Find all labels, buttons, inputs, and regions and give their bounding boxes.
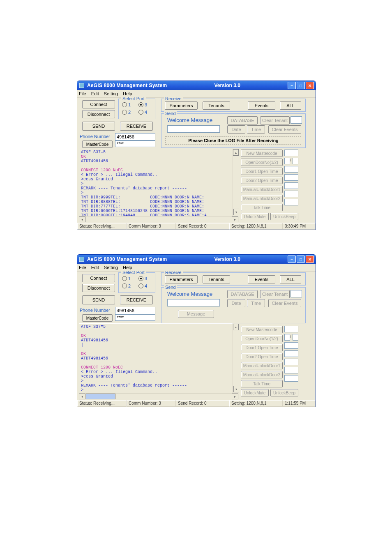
manual-unlock-door1-button[interactable]: ManualUnlockDoor1 — [241, 186, 283, 193]
menu-file[interactable]: File — [79, 91, 86, 96]
terminal-vscroll[interactable]: ▴ ▾ — [233, 323, 239, 393]
all-button[interactable]: ALL — [280, 101, 301, 110]
scroll-down-icon[interactable]: ▾ — [233, 209, 239, 215]
talk-time-button[interactable]: Talk Time — [241, 204, 283, 211]
open-door-field1[interactable] — [284, 334, 290, 341]
close-button[interactable]: ✕ — [306, 256, 314, 263]
titlebar[interactable]: AeGIS 8000 Management System Version 3.0… — [77, 81, 316, 90]
events-button[interactable]: Events — [248, 275, 275, 283]
maximize-button[interactable]: □ — [297, 256, 305, 263]
clear-tenant-button[interactable]: Clear Tenant — [260, 290, 290, 298]
database-button[interactable]: DATABASE — [227, 290, 258, 298]
door2-open-field[interactable] — [284, 350, 298, 357]
menu-setting[interactable]: Setting — [104, 91, 118, 96]
time-button[interactable]: Time — [247, 125, 265, 134]
open-door-no-button[interactable]: OpenDoorNo(1/2) — [241, 335, 283, 342]
close-button[interactable]: ✕ — [306, 82, 314, 89]
scroll-down-icon[interactable]: ▾ — [233, 386, 239, 392]
open-door-field2[interactable] — [293, 158, 298, 164]
new-mastercode-field[interactable] — [284, 150, 298, 156]
menu-help[interactable]: Help — [123, 91, 132, 96]
date-button[interactable]: Date — [227, 125, 245, 134]
database-button[interactable]: DATABASE — [227, 116, 258, 124]
clear-tenant-field[interactable] — [291, 116, 302, 124]
phone-number-input[interactable] — [115, 307, 155, 314]
port-1-radio[interactable]: 1 — [122, 102, 131, 107]
port-3-radio[interactable]: 3 — [138, 276, 147, 281]
manual-unlock-door1-button[interactable]: ManualUnlockDoor1 — [241, 362, 283, 369]
hscroll-thumb[interactable] — [86, 394, 115, 399]
mastercode-input[interactable] — [115, 141, 155, 147]
door2-open-field[interactable] — [284, 174, 298, 181]
manual-unlock2-field[interactable] — [284, 367, 298, 373]
manual-unlock1-field[interactable] — [284, 359, 298, 365]
open-door-field1[interactable] — [284, 158, 290, 164]
unlock-mute-button[interactable]: UnlockMute — [241, 389, 269, 396]
terminal-vscroll[interactable]: ▴ ▾ — [233, 149, 239, 216]
mastercode-button[interactable]: MasterCode — [82, 314, 113, 322]
welcome-input[interactable] — [167, 299, 220, 306]
mastercode-input[interactable] — [115, 314, 155, 321]
scroll-right-icon[interactable]: ▸ — [232, 217, 238, 222]
phone-number-input[interactable] — [115, 133, 155, 141]
talk-time-button[interactable]: Talk Time — [241, 380, 283, 387]
message-button[interactable]: Message — [178, 310, 214, 318]
disconnect-button[interactable]: Disconnect — [82, 284, 115, 292]
receive-button[interactable]: RECEIVE — [120, 295, 153, 304]
close-log-button[interactable]: Please Close the LOG File After Receivin… — [166, 136, 301, 145]
menu-file[interactable]: File — [79, 265, 86, 270]
send-button[interactable]: SEND — [82, 295, 115, 304]
manual-unlock1-field[interactable] — [284, 182, 298, 189]
door1-open-time-button[interactable]: Door1 Open Time — [241, 344, 283, 351]
door1-open-field[interactable] — [284, 342, 298, 349]
parameters-button[interactable]: Parameters — [165, 101, 198, 110]
time-button[interactable]: Time — [247, 299, 265, 307]
open-door-field2[interactable] — [293, 334, 298, 341]
all-button[interactable]: ALL — [280, 275, 301, 283]
menu-setting[interactable]: Setting — [104, 265, 118, 270]
disconnect-button[interactable]: Disconnect — [82, 110, 115, 118]
new-mastercode-button[interactable]: New Mastercode — [241, 150, 283, 157]
maximize-button[interactable]: □ — [297, 82, 305, 89]
minimize-button[interactable]: － — [288, 256, 296, 263]
port-1-radio[interactable]: 1 — [122, 276, 131, 281]
terminal-hscroll[interactable]: ◂ ▸ — [79, 393, 238, 399]
date-button[interactable]: Date — [227, 299, 245, 307]
door1-open-field[interactable] — [284, 166, 298, 173]
send-button[interactable]: SEND — [82, 122, 115, 131]
manual-unlock-door2-button[interactable]: ManualUnlockDoor2 — [241, 195, 283, 202]
minimize-button[interactable]: － — [288, 82, 296, 89]
unlock-beep-button[interactable]: UnlockBeep — [270, 389, 298, 396]
new-mastercode-field[interactable] — [284, 326, 298, 332]
unlock-mute-button[interactable]: UnlockMute — [241, 213, 269, 220]
clear-tenant-button[interactable]: Clear Tenant — [260, 116, 290, 124]
port-4-radio[interactable]: 4 — [138, 110, 147, 115]
connect-button[interactable]: Connect — [82, 274, 115, 282]
scroll-right-icon[interactable]: ▸ — [232, 394, 238, 399]
connect-button[interactable]: Connect — [82, 100, 115, 108]
talk-time-field[interactable] — [284, 375, 298, 382]
clear-events-button[interactable]: Clear Events — [268, 299, 301, 307]
welcome-input[interactable] — [167, 125, 220, 133]
clear-events-button[interactable]: Clear Events — [268, 125, 301, 134]
port-2-radio[interactable]: 2 — [122, 283, 131, 288]
port-2-radio[interactable]: 2 — [122, 110, 131, 115]
scroll-left-icon[interactable]: ◂ — [79, 394, 85, 399]
tenants-button[interactable]: Tenants — [203, 275, 230, 283]
menu-edit[interactable]: Edit — [91, 265, 99, 270]
mastercode-button[interactable]: MasterCode — [82, 141, 113, 148]
manual-unlock-door2-button[interactable]: ManualUnlockDoor2 — [241, 371, 283, 378]
parameters-button[interactable]: Parameters — [165, 275, 198, 283]
clear-tenant-field[interactable] — [291, 290, 302, 297]
menu-edit[interactable]: Edit — [91, 91, 99, 96]
titlebar[interactable]: AeGIS 8000 Management System Version 3.0… — [77, 255, 316, 264]
tenants-button[interactable]: Tenants — [203, 101, 230, 110]
new-mastercode-button[interactable]: New Mastercode — [241, 326, 283, 333]
talk-time-field[interactable] — [284, 199, 298, 205]
manual-unlock2-field[interactable] — [284, 191, 298, 197]
scroll-up-icon[interactable]: ▴ — [233, 324, 239, 330]
port-3-radio[interactable]: 3 — [138, 102, 147, 107]
scroll-up-icon[interactable]: ▴ — [233, 149, 239, 156]
unlock-beep-button[interactable]: UnlockBeep — [270, 213, 298, 220]
events-button[interactable]: Events — [248, 101, 275, 110]
